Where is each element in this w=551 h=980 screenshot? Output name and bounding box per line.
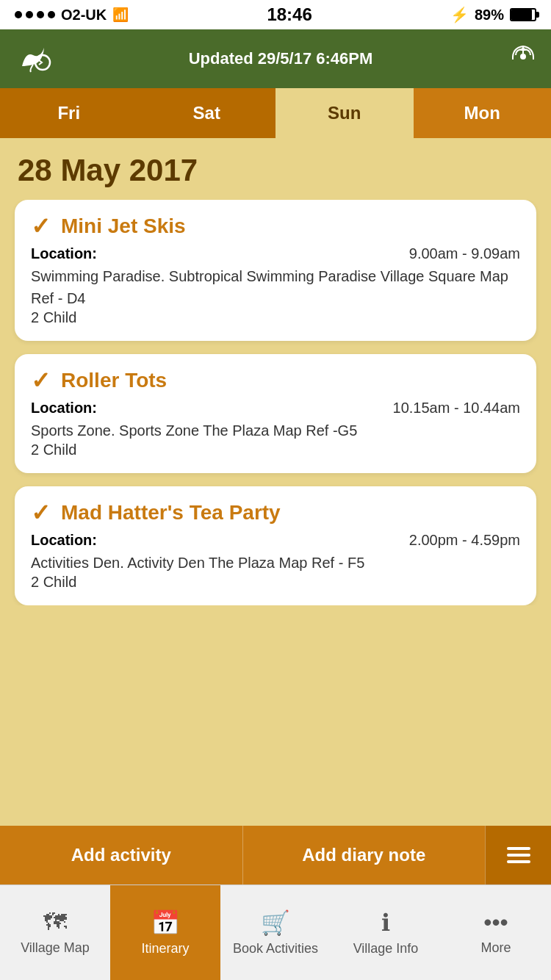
activity-location-1: Swimming Paradise. Subtropical Swimming …	[31, 265, 520, 309]
activity-location-2: Sports Zone. Sports Zone The Plaza Map R…	[31, 419, 520, 442]
activity-card-3[interactable]: ✓ Mad Hatter's Tea Party Location: 2.00p…	[15, 486, 536, 605]
menu-button[interactable]	[485, 826, 551, 884]
nav-village-info[interactable]: ℹ Village Info	[331, 885, 441, 980]
svg-point-1	[520, 54, 526, 60]
activity-time-3: 2.00pm - 4.59pm	[409, 532, 520, 549]
checkmark-icon-3: ✓	[31, 501, 51, 525]
activity-title-2: Roller Tots	[61, 369, 167, 392]
activity-location-3: Activities Den. Activity Den The Plaza M…	[31, 552, 520, 574]
logo	[15, 44, 51, 73]
location-label-1: Location:	[31, 245, 97, 262]
checkmark-icon-2: ✓	[31, 369, 51, 392]
activity-card-1[interactable]: ✓ Mini Jet Skis Location: 9.00am - 9.09a…	[15, 200, 536, 341]
itinerary-icon: 📅	[151, 909, 180, 937]
info-icon: ℹ	[381, 909, 390, 937]
location-label-2: Location:	[31, 400, 97, 417]
nav-village-map-label: Village Map	[21, 940, 90, 956]
tab-fri[interactable]: Fri	[0, 88, 138, 138]
bluetooth-icon: ⚡	[450, 6, 469, 24]
nav-more-label: More	[480, 940, 511, 956]
date-header: 28 May 2017	[0, 138, 551, 200]
tab-mon[interactable]: Mon	[414, 88, 552, 138]
activity-guests-3: 2 Child	[31, 574, 520, 591]
checkmark-icon-1: ✓	[31, 215, 51, 238]
header-updated: Updated 29/5/17 6:46PM	[51, 49, 510, 68]
add-activity-button[interactable]: Add activity	[0, 826, 243, 884]
bottom-nav: 🗺 Village Map 📅 Itinerary 🛒 Book Activit…	[0, 884, 551, 980]
activity-time-2: 10.15am - 10.44am	[393, 400, 520, 417]
signal-icon	[510, 43, 536, 74]
add-diary-note-button[interactable]: Add diary note	[243, 826, 486, 884]
status-bar: O2-UK 📶 18:46 ⚡ 89%	[0, 0, 551, 29]
nav-village-map[interactable]: 🗺 Village Map	[0, 885, 110, 980]
time-display: 18:46	[267, 4, 311, 25]
action-bar: Add activity Add diary note	[0, 826, 551, 884]
activity-guests-2: 2 Child	[31, 442, 520, 458]
battery-percentage: 89%	[475, 7, 504, 24]
day-tabs: Fri Sat Sun Mon	[0, 88, 551, 138]
book-activities-icon: 🛒	[261, 909, 290, 937]
tab-sun[interactable]: Sun	[276, 88, 414, 138]
tab-sat[interactable]: Sat	[138, 88, 276, 138]
carrier-label: O2-UK	[61, 7, 107, 24]
activity-time-1: 9.00am - 9.09am	[409, 245, 520, 262]
nav-village-info-label: Village Info	[353, 941, 419, 957]
app-header: Updated 29/5/17 6:46PM	[0, 29, 551, 88]
more-icon: •••	[483, 909, 508, 936]
activity-guests-1: 2 Child	[31, 309, 520, 326]
activities-list: ✓ Mini Jet Skis Location: 9.00am - 9.09a…	[0, 200, 551, 605]
nav-more[interactable]: ••• More	[441, 885, 551, 980]
activity-card-2[interactable]: ✓ Roller Tots Location: 10.15am - 10.44a…	[15, 354, 536, 473]
nav-itinerary[interactable]: 📅 Itinerary	[110, 885, 220, 980]
location-label-3: Location:	[31, 532, 97, 549]
map-icon: 🗺	[43, 909, 67, 936]
activity-title-1: Mini Jet Skis	[61, 215, 186, 238]
menu-icon	[507, 847, 530, 863]
battery-icon	[510, 8, 536, 21]
nav-itinerary-label: Itinerary	[141, 941, 189, 957]
nav-book-activities[interactable]: 🛒 Book Activities	[220, 885, 331, 980]
wifi-icon: 📶	[112, 7, 129, 23]
nav-book-activities-label: Book Activities	[233, 941, 318, 957]
activity-title-3: Mad Hatter's Tea Party	[61, 501, 281, 525]
